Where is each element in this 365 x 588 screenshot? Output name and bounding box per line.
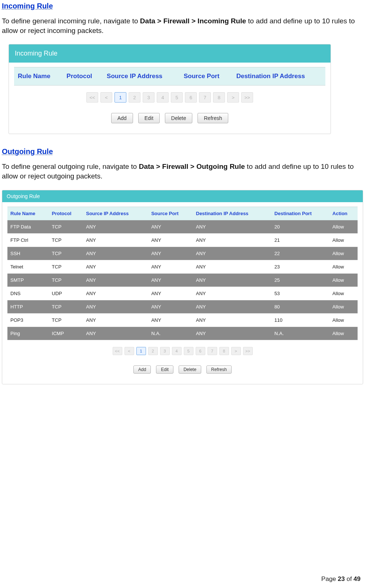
delete-button[interactable]: Delete [179, 365, 201, 374]
pager-first[interactable]: << [86, 92, 98, 103]
cell-name: FTP Ctrl [7, 233, 49, 247]
desc-outgoing-pre: To define general outgoing rule, navigat… [2, 163, 139, 170]
cell-src_port: ANY [148, 313, 193, 327]
cell-src_ip: ANY [83, 300, 148, 313]
cell-dst_ip: ANY [193, 327, 272, 340]
pager-next[interactable]: > [227, 92, 239, 103]
pager-page-5[interactable]: 5 [171, 92, 183, 103]
pager-page-5[interactable]: 5 [184, 347, 193, 355]
outgoing-col-rule-name: Rule Name [7, 207, 49, 220]
cell-proto: TCP [49, 233, 83, 247]
cell-dst_ip: ANY [193, 313, 272, 327]
table-row[interactable]: FTP CtrlTCPANYANYANY21Allow [7, 233, 358, 247]
table-row[interactable]: DNSUDPANYANYANY53Allow [7, 287, 358, 300]
cell-proto: TCP [49, 273, 83, 287]
pager-page-7[interactable]: 7 [199, 92, 211, 103]
table-row[interactable]: FTP DataTCPANYANYANY20Allow [7, 220, 358, 233]
pager-page-7[interactable]: 7 [208, 347, 217, 355]
table-row[interactable]: HTTPTCPANYANYANY80Allow [7, 300, 358, 313]
pager-page-6[interactable]: 6 [196, 347, 205, 355]
outgoing-buttons: Add Edit Delete Refresh [7, 365, 358, 377]
incoming-col-src-port: Source Port [180, 67, 233, 86]
pager-last[interactable]: >> [243, 347, 253, 355]
cell-dst_port: N.A. [272, 327, 329, 340]
table-row[interactable]: TelnetTCPANYANYANY23Allow [7, 260, 358, 273]
cell-dst_port: 21 [272, 233, 329, 247]
outgoing-rule-panel: Outgoing Rule Rule Name Protocol Source … [2, 190, 363, 384]
cell-name: FTP Data [7, 220, 49, 233]
desc-incoming-bold: Data > Firewall > Incoming Rule [140, 17, 246, 25]
cell-dst_ip: ANY [193, 300, 272, 313]
cell-action: Allow [329, 220, 358, 233]
pager-page-1[interactable]: 1 [136, 347, 146, 355]
incoming-buttons: Add Edit Delete Refresh [14, 113, 325, 127]
cell-action: Allow [329, 260, 358, 273]
cell-dst_ip: ANY [193, 247, 272, 260]
desc-incoming-pre: To define general incoming rule, navigat… [2, 17, 140, 25]
pager-page-3[interactable]: 3 [160, 347, 170, 355]
table-row[interactable]: SSHTCPANYANYANY22Allow [7, 247, 358, 260]
edit-button[interactable]: Edit [156, 365, 173, 374]
table-row[interactable]: PingICMPANYN.A.ANYN.A.Allow [7, 327, 358, 340]
cell-src_ip: ANY [83, 247, 148, 260]
pager-first[interactable]: << [113, 347, 122, 355]
pager-page-2[interactable]: 2 [148, 347, 158, 355]
cell-proto: UDP [49, 287, 83, 300]
pager-page-4[interactable]: 4 [172, 347, 182, 355]
cell-src_port: N.A. [148, 327, 193, 340]
cell-dst_port: 53 [272, 287, 329, 300]
pager-page-4[interactable]: 4 [157, 92, 169, 103]
refresh-button[interactable]: Refresh [206, 365, 232, 374]
table-row[interactable]: SMTPTCPANYANYANY25Allow [7, 273, 358, 287]
cell-src_port: ANY [148, 260, 193, 273]
pager-page-3[interactable]: 3 [143, 92, 155, 103]
outgoing-col-protocol: Protocol [49, 207, 83, 220]
add-button[interactable]: Add [133, 365, 151, 374]
cell-action: Allow [329, 247, 358, 260]
cell-action: Allow [329, 273, 358, 287]
cell-dst_ip: ANY [193, 273, 272, 287]
cell-src_port: ANY [148, 247, 193, 260]
cell-src_port: ANY [148, 273, 193, 287]
outgoing-col-dst-ip: Destination IP Address [193, 207, 272, 220]
cell-proto: TCP [49, 313, 83, 327]
cell-action: Allow [329, 287, 358, 300]
cell-name: Ping [7, 327, 49, 340]
incoming-col-rule-name: Rule Name [14, 67, 63, 86]
pager-prev[interactable]: < [125, 347, 134, 355]
cell-name: SMTP [7, 273, 49, 287]
cell-dst_port: 80 [272, 300, 329, 313]
cell-proto: ICMP [49, 327, 83, 340]
add-button[interactable]: Add [111, 113, 133, 123]
pager-next[interactable]: > [231, 347, 241, 355]
edit-button[interactable]: Edit [138, 113, 160, 123]
footer-mid: of [345, 575, 354, 582]
incoming-col-src-ip: Source IP Address [103, 67, 180, 86]
cell-name: Telnet [7, 260, 49, 273]
pager-page-2[interactable]: 2 [129, 92, 140, 103]
cell-src_port: ANY [148, 300, 193, 313]
outgoing-col-src-port: Source Port [148, 207, 193, 220]
outgoing-col-dst-port: Destination Port [272, 207, 329, 220]
cell-src_ip: ANY [83, 233, 148, 247]
table-row[interactable]: POP3TCPANYANYANY110Allow [7, 313, 358, 327]
cell-action: Allow [329, 300, 358, 313]
page-footer: Page 23 of 49 [321, 575, 361, 583]
cell-dst_ip: ANY [193, 287, 272, 300]
cell-dst_port: 110 [272, 313, 329, 327]
cell-dst_ip: ANY [193, 233, 272, 247]
cell-dst_port: 23 [272, 260, 329, 273]
pager-page-8[interactable]: 8 [213, 92, 225, 103]
pager-page-1[interactable]: 1 [115, 92, 126, 103]
cell-name: HTTP [7, 300, 49, 313]
pager-page-8[interactable]: 8 [219, 347, 229, 355]
delete-button[interactable]: Delete [165, 113, 192, 123]
pager-prev[interactable]: < [100, 92, 112, 103]
cell-src_ip: ANY [83, 273, 148, 287]
cell-name: POP3 [7, 313, 49, 327]
refresh-button[interactable]: Refresh [198, 113, 228, 123]
pager-page-6[interactable]: 6 [185, 92, 197, 103]
outgoing-col-src-ip: Source IP Address [83, 207, 148, 220]
cell-action: Allow [329, 327, 358, 340]
pager-last[interactable]: >> [241, 92, 253, 103]
